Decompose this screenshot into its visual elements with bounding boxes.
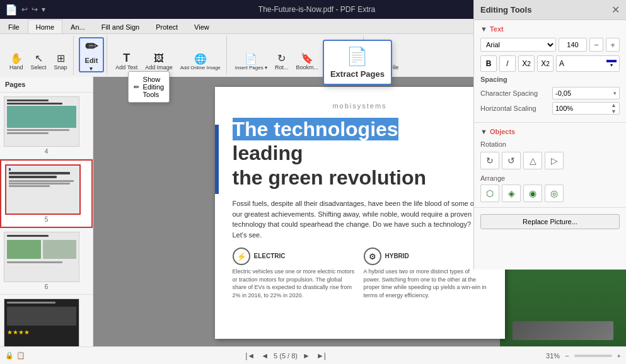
rotate-ccw-button[interactable]: ↺ (502, 152, 521, 169)
send-backward-button[interactable]: ◉ (523, 185, 542, 202)
hybrid-text: A hybrid uses two or more distinct types… (364, 268, 487, 299)
thumb-img-7: ★★★★ (4, 299, 79, 346)
bookmark-button[interactable]: 🔖 Bookm... (293, 40, 322, 72)
doc-blue-bar (215, 125, 219, 194)
flip-vertical-button[interactable]: ▷ (545, 152, 564, 169)
insert-pages-button[interactable]: 📄 Insert Pages ▾ (232, 40, 270, 72)
nav-prev-button[interactable]: ◄ (260, 351, 270, 360)
text-color-button[interactable]: A ▾ (556, 55, 620, 72)
status-right: 31% − + (546, 352, 621, 360)
quick-access-undo[interactable]: ↩ (21, 5, 28, 14)
nav-next-button[interactable]: ► (301, 351, 311, 360)
quick-access-redo[interactable]: ↪ (32, 5, 38, 14)
font-size-decrease-button[interactable]: − (589, 38, 603, 52)
title-bar-left: 📄 ↩ ↪ ▾ (5, 4, 45, 16)
sidebar: Pages 4 (0, 77, 93, 346)
char-spacing-value[interactable]: -0,05 ▾ (552, 87, 620, 100)
tab-file[interactable]: File (0, 20, 28, 33)
rotate-cw-button[interactable]: ↻ (480, 152, 499, 169)
add-image-button[interactable]: 🖼 Add Image (142, 40, 176, 72)
add-text-label: Add Text (115, 64, 137, 71)
bold-button[interactable]: B (480, 55, 497, 72)
bring-forward-button[interactable]: ◈ (502, 185, 521, 202)
format-row: B / X2 X2 A ▾ (480, 55, 620, 72)
snap-button[interactable]: ⊞ Snap (51, 40, 71, 72)
tab-annotate[interactable]: An... (62, 20, 93, 33)
char-spacing-label: Character Spacing (480, 89, 550, 97)
edit-label: Edit (85, 57, 98, 64)
status-center: |◄ ◄ 5 (5 / 8) ► ►| (244, 351, 327, 360)
select-label: Select (31, 64, 47, 71)
font-size-input[interactable] (559, 38, 587, 52)
hybrid-icon: ⚙ (364, 247, 381, 265)
objects-section-header[interactable]: ▼ Objects (480, 128, 620, 135)
insert-pages-label: Insert Pages ▾ (235, 65, 267, 71)
panel-close-button[interactable]: ✕ (612, 4, 620, 16)
toolbar-group-edit: ✏ Edit ▾ ✏ Show Editing Tools (76, 36, 108, 75)
superscript-button[interactable]: X2 (537, 55, 554, 72)
toolbar-group-add: T Add Text 🖼 Add Image 🌐 Add Online Imag… (110, 36, 226, 75)
thumbnail-page-7[interactable]: ★★★★ 7 (0, 295, 93, 346)
thumbnail-page-4[interactable]: 4 (0, 93, 93, 159)
show-editing-tools-popup[interactable]: ✏ Show Editing Tools (128, 71, 170, 103)
zoom-slider[interactable] (574, 355, 612, 357)
rotate-button[interactable]: ↻ Rot... (272, 40, 292, 72)
thumb-label-6: 6 (4, 283, 89, 290)
doc-logo: mobisystems (233, 102, 487, 110)
title-highlighted: The technologies (233, 118, 398, 140)
thumb-label-4: 4 (4, 148, 89, 155)
h-scale-up[interactable]: ▲ (611, 102, 617, 108)
nav-first-button[interactable]: |◄ (244, 351, 256, 360)
hand-tool-button[interactable]: ✋ Hand (6, 40, 26, 72)
bring-to-front-button[interactable]: ⬡ (480, 185, 499, 202)
app-icon: 📄 (5, 4, 18, 16)
electric-text: Electric vehicles use one or more electr… (233, 268, 356, 299)
tab-protect[interactable]: Protect (148, 20, 186, 33)
thumbnail-page-6[interactable]: 6 (0, 228, 93, 295)
replace-picture-button[interactable]: Replace Picture... (480, 214, 620, 229)
send-to-back-button[interactable]: ◎ (545, 185, 564, 202)
editing-tools-panel: Editing Tools ✕ ▼ Text Arial − + B / (473, 0, 626, 270)
tab-view[interactable]: View (186, 20, 217, 33)
font-size-increase-button[interactable]: + (606, 38, 620, 52)
snap-label: Snap (54, 64, 67, 71)
font-select[interactable]: Arial (480, 38, 556, 52)
thumbnail-page-5[interactable]: 5 (0, 159, 93, 228)
toolbar-group-view: ✋ Hand ↖ Select ⊞ Snap (4, 36, 74, 75)
add-image-label: Add Image (145, 64, 173, 71)
zoom-in-button[interactable]: + (617, 352, 621, 360)
arrange-row: ⬡ ◈ ◉ ◎ (480, 185, 620, 202)
edit-button[interactable]: ✏ Edit ▾ (79, 37, 105, 72)
horizontal-scaling-label: Horizontal Scaling (480, 105, 550, 112)
select-tool-button[interactable]: ↖ Select (28, 40, 50, 72)
horizontal-scaling-value[interactable]: 100% ▲ ▼ (552, 102, 620, 115)
flip-horizontal-button[interactable]: △ (523, 152, 542, 169)
rotate-icon: ↻ (277, 54, 286, 64)
hand-icon: ✋ (10, 54, 23, 64)
tab-fill-sign[interactable]: Fill and Sign (93, 20, 148, 33)
thumb-img-6 (4, 232, 79, 282)
doc-body: Fossil fuels, despite all their disadvan… (233, 198, 487, 240)
font-row: Arial − + (480, 38, 620, 52)
text-section-header[interactable]: ▼ Text (480, 25, 620, 33)
char-spacing-spinner[interactable]: ▾ (613, 90, 617, 96)
page-info: 5 (5 / 8) (274, 352, 298, 360)
doc-cards: ⚡ ELECTRIC Electric vehicles use one or … (233, 247, 487, 299)
zoom-out-button[interactable]: − (565, 352, 569, 360)
h-scale-down[interactable]: ▼ (611, 108, 617, 115)
objects-section-arrow: ▼ (480, 128, 487, 135)
add-text-button[interactable]: T Add Text (112, 40, 141, 72)
rotate-label: Rot... (275, 64, 289, 71)
zoom-level: 31% (546, 352, 560, 360)
electric-title: ELECTRIC (254, 253, 286, 259)
italic-button[interactable]: / (499, 55, 516, 72)
nav-last-button[interactable]: ►| (315, 351, 327, 360)
subscript-button[interactable]: X2 (518, 55, 535, 72)
color-label: A (559, 59, 564, 68)
hybrid-title: HYBRID (385, 253, 409, 259)
tab-home[interactable]: Home (28, 20, 62, 33)
insert-pages-icon: 📄 (245, 54, 257, 64)
objects-section: ▼ Objects Rotation ↻ ↺ △ ▷ Arrange ⬡ ◈ ◉… (474, 123, 626, 208)
document-page: ↻ mobisystems The technologies leadingth… (215, 87, 505, 339)
add-online-image-button[interactable]: 🌐 Add Online Image (177, 40, 224, 72)
